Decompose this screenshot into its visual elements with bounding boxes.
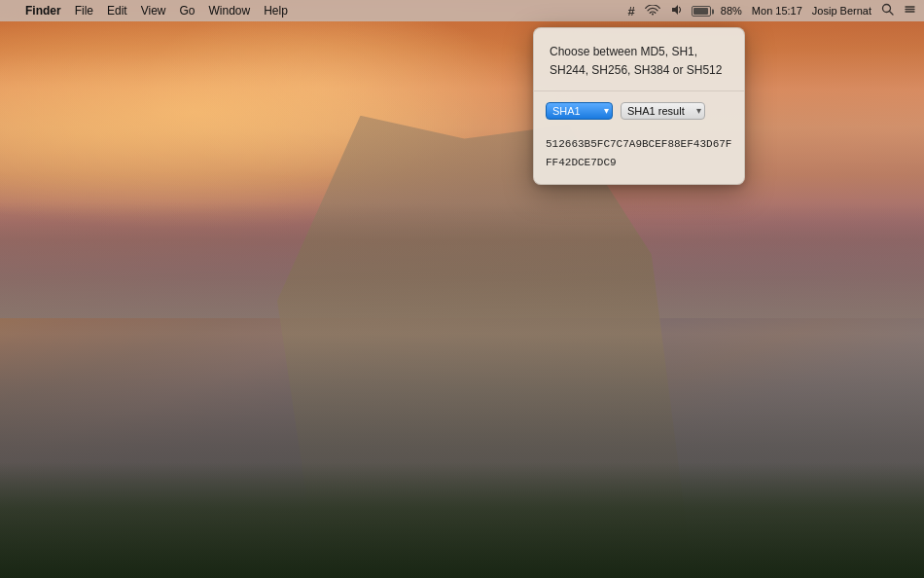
popup-title: Choose between MD5, SH1, SH244, SH256, S… (550, 45, 722, 77)
popup-controls: MD5 SHA1 SHA244 SHA256 SHA384 SHA512 SHA… (534, 91, 744, 129)
hash-popup: Choose between MD5, SH1, SH244, SH256, S… (533, 27, 745, 185)
desktop: Finder File Edit View Go Window Help # (0, 0, 924, 578)
app-name-menu[interactable]: Finder (25, 4, 61, 18)
notification-center-icon[interactable] (904, 3, 916, 18)
battery-percent: 88% (721, 5, 742, 17)
username: Josip Bernat (812, 5, 871, 17)
edit-menu[interactable]: Edit (107, 4, 127, 18)
window-menu[interactable]: Window (209, 4, 251, 18)
hash-icon[interactable]: # (628, 4, 635, 18)
result-select[interactable]: SHA1 result (621, 102, 705, 120)
menubar-right: # 88% Mon 15:17 Josip Bernat (628, 3, 916, 18)
go-menu[interactable]: Go (180, 4, 195, 18)
algorithm-select-wrapper: MD5 SHA1 SHA244 SHA256 SHA384 SHA512 (546, 101, 613, 120)
wifi-icon (645, 5, 660, 17)
menubar-left: Finder File Edit View Go Window Help (8, 4, 628, 18)
result-select-wrapper: SHA1 result (621, 101, 705, 120)
file-menu[interactable]: File (75, 4, 93, 18)
svg-line-2 (890, 12, 894, 16)
volume-icon (670, 4, 682, 18)
popup-result: 512663B5FC7C7A9BCEF88EF43D67FFF42DCE7DC9 (534, 129, 744, 185)
battery-icon (692, 4, 711, 18)
svg-marker-0 (672, 5, 678, 15)
spotlight-icon[interactable] (881, 3, 894, 18)
trees-foreground (0, 462, 924, 578)
view-menu[interactable]: View (141, 4, 166, 18)
algorithm-select[interactable]: MD5 SHA1 SHA244 SHA256 SHA384 SHA512 (546, 102, 613, 120)
help-menu[interactable]: Help (264, 4, 288, 18)
menubar: Finder File Edit View Go Window Help # (0, 0, 924, 21)
datetime: Mon 15:17 (752, 5, 802, 17)
hash-output: 512663B5FC7C7A9BCEF88EF43D67FFF42DCE7DC9 (546, 138, 731, 168)
popup-header: Choose between MD5, SH1, SH244, SH256, S… (534, 28, 744, 91)
